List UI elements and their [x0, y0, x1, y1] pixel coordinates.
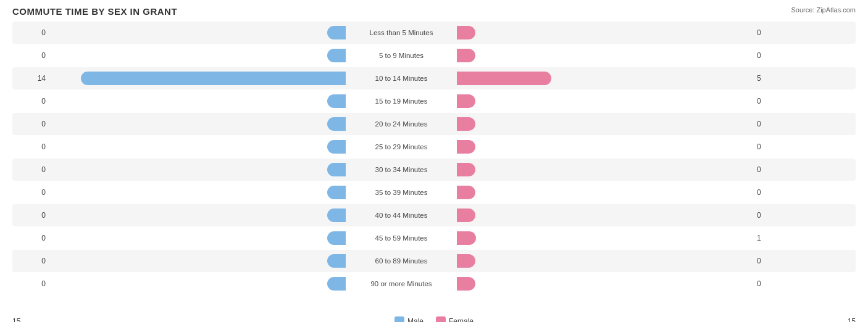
bar-row: 14 10 to 14 Minutes 5 — [12, 67, 856, 89]
right-value: 0 — [753, 28, 790, 37]
bar-row: 0 35 to 39 Minutes 0 — [12, 181, 856, 204]
male-bar — [327, 117, 346, 131]
bar-label: 45 to 59 Minutes — [346, 234, 457, 242]
left-bar-area — [49, 186, 346, 199]
right-bar-area — [457, 277, 753, 291]
male-bar — [327, 208, 346, 222]
source-text: Source: ZipAtlas.com — [791, 6, 856, 14]
axis-label-left: 15 — [12, 317, 49, 322]
female-bar — [457, 163, 475, 176]
right-value: 0 — [753, 142, 790, 151]
female-bar — [457, 277, 475, 291]
bar-label: 10 to 14 Minutes — [346, 75, 457, 82]
main-area: 0 Less than 5 Minutes 0 0 5 to 9 Minutes… — [12, 22, 856, 313]
right-bar-area — [457, 186, 753, 199]
right-bar-area — [457, 26, 753, 39]
male-bar — [327, 94, 346, 108]
male-bar — [81, 72, 346, 85]
bar-row: 0 20 to 24 Minutes 0 — [12, 113, 856, 135]
male-legend-label: Male — [407, 317, 424, 322]
bottom-row: 15 Male Female 15 — [12, 316, 856, 322]
female-bar — [457, 94, 475, 108]
female-legend-label: Female — [449, 317, 474, 322]
left-value: 0 — [12, 28, 49, 37]
bar-label: 40 to 44 Minutes — [346, 212, 457, 219]
right-bar-area — [457, 163, 753, 176]
left-bar-area — [49, 254, 346, 268]
bar-row: 0 40 to 44 Minutes 0 — [12, 204, 856, 226]
right-bar-area — [457, 117, 753, 131]
left-bar-area — [49, 49, 346, 62]
male-bar — [327, 254, 346, 268]
right-value: 1 — [753, 234, 790, 242]
female-bar — [457, 186, 475, 199]
bar-row: 0 5 to 9 Minutes 0 — [12, 44, 856, 67]
male-bar — [327, 186, 346, 199]
female-bar — [457, 140, 475, 154]
right-value: 0 — [753, 211, 790, 220]
male-bar — [327, 231, 346, 245]
left-value: 0 — [12, 165, 49, 174]
female-bar — [457, 49, 475, 62]
left-bar-area — [49, 140, 346, 154]
right-bar-area — [457, 231, 753, 245]
right-bar-area — [457, 140, 753, 154]
left-value: 0 — [12, 51, 49, 60]
bar-label: 20 to 24 Minutes — [346, 120, 457, 128]
bar-row: 0 Less than 5 Minutes 0 — [12, 22, 856, 44]
right-value: 0 — [753, 257, 790, 265]
left-bar-area — [49, 94, 346, 108]
female-bar — [457, 254, 475, 268]
bar-label: 15 to 19 Minutes — [346, 97, 457, 105]
bar-label: 5 to 9 Minutes — [346, 52, 457, 59]
left-value: 0 — [12, 142, 49, 151]
legend: Male Female — [49, 316, 819, 322]
bar-row: 0 60 to 89 Minutes 0 — [12, 250, 856, 272]
bar-row: 0 90 or more Minutes 0 — [12, 273, 856, 295]
male-legend-box — [394, 316, 404, 322]
right-bar-area — [457, 49, 753, 62]
right-bar-area — [457, 72, 753, 85]
chart-title: COMMUTE TIME BY SEX IN GRANT — [12, 6, 177, 17]
left-bar-area — [49, 26, 346, 39]
bar-row: 0 30 to 34 Minutes 0 — [12, 159, 856, 181]
right-value: 5 — [753, 74, 790, 83]
left-bar-area — [49, 231, 346, 245]
left-value: 0 — [12, 97, 49, 105]
male-bar — [327, 26, 346, 39]
bar-row: 0 25 to 29 Minutes 0 — [12, 136, 856, 158]
axis-label-right: 15 — [819, 317, 856, 322]
left-value: 0 — [12, 257, 49, 265]
left-value: 0 — [12, 211, 49, 220]
right-value: 0 — [753, 165, 790, 174]
legend-item-male: Male — [394, 316, 424, 322]
title-row: COMMUTE TIME BY SEX IN GRANT Source: Zip… — [12, 6, 856, 17]
right-bar-area — [457, 208, 753, 222]
female-bar — [457, 72, 551, 85]
left-bar-area — [49, 208, 346, 222]
female-bar — [457, 117, 475, 131]
female-bar — [457, 231, 476, 245]
left-bar-area — [49, 277, 346, 291]
bar-label: Less than 5 Minutes — [346, 29, 457, 36]
right-bar-area — [457, 94, 753, 108]
bar-label: 35 to 39 Minutes — [346, 189, 457, 196]
bar-row: 0 45 to 59 Minutes 1 — [12, 227, 856, 249]
bar-row: 0 15 to 19 Minutes 0 — [12, 90, 856, 112]
left-value: 0 — [12, 120, 49, 128]
bar-label: 25 to 29 Minutes — [346, 143, 457, 151]
right-value: 0 — [753, 279, 790, 288]
bar-label: 60 to 89 Minutes — [346, 257, 457, 265]
male-bar — [327, 277, 346, 291]
bar-label: 90 or more Minutes — [346, 280, 457, 287]
right-value: 0 — [753, 51, 790, 60]
female-legend-box — [436, 316, 446, 322]
left-bar-area — [49, 163, 346, 176]
left-value: 0 — [12, 279, 49, 288]
male-bar — [327, 49, 346, 62]
female-bar — [457, 26, 475, 39]
left-bar-area — [49, 117, 346, 131]
male-bar — [327, 140, 346, 154]
left-value: 0 — [12, 234, 49, 242]
right-value: 0 — [753, 120, 790, 128]
